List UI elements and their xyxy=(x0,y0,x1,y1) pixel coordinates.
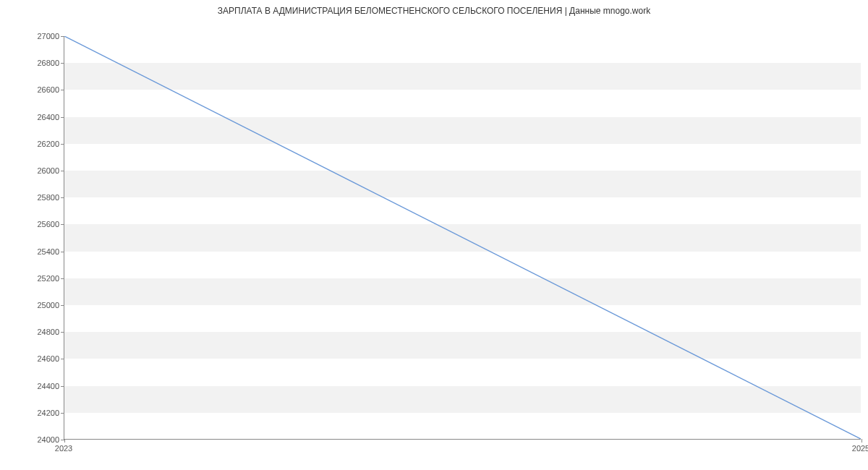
y-tick-label: 25600 xyxy=(37,220,59,228)
plot-area xyxy=(64,36,861,440)
y-tick-label: 26800 xyxy=(37,59,59,67)
y-tick-label: 26600 xyxy=(37,85,59,94)
y-tick-label: 24600 xyxy=(37,354,59,363)
y-tick-label: 27000 xyxy=(37,32,59,40)
y-tick-label: 25000 xyxy=(37,301,59,309)
grid-band xyxy=(64,63,861,90)
x-tick-mark xyxy=(64,439,65,443)
y-tick-mark xyxy=(61,36,64,37)
y-tick-label: 24200 xyxy=(37,409,59,417)
y-tick-label: 24800 xyxy=(37,328,59,336)
y-tick-label: 26400 xyxy=(37,113,59,121)
y-tick-mark xyxy=(61,117,64,118)
y-tick-label: 26000 xyxy=(37,166,59,175)
y-tick-mark xyxy=(61,278,64,279)
y-tick-mark xyxy=(61,252,64,252)
y-tick-mark xyxy=(61,332,64,333)
y-tick-mark xyxy=(61,197,64,198)
y-tick-mark xyxy=(61,144,64,145)
chart-title: ЗАРПЛАТА В АДМИНИСТРАЦИЯ БЕЛОМЕСТНЕНСКОГ… xyxy=(0,6,868,16)
y-tick-label: 25200 xyxy=(37,274,59,283)
x-tick-label: 2023 xyxy=(55,444,72,453)
y-tick-mark xyxy=(61,305,64,306)
y-tick-label: 24000 xyxy=(37,435,59,444)
y-tick-mark xyxy=(61,63,64,64)
y-tick-mark xyxy=(61,171,64,171)
grid-band xyxy=(64,224,861,251)
y-tick-mark xyxy=(61,413,64,414)
y-tick-mark xyxy=(61,224,64,225)
x-tick-mark xyxy=(861,439,862,443)
y-tick-mark xyxy=(61,90,64,90)
y-tick-label: 24400 xyxy=(37,382,59,390)
y-tick-label: 26200 xyxy=(37,140,59,148)
grid-band xyxy=(64,386,861,413)
grid-band xyxy=(64,117,861,144)
grid-band xyxy=(64,278,861,305)
y-tick-mark xyxy=(61,386,64,387)
chart-container: ЗАРПЛАТА В АДМИНИСТРАЦИЯ БЕЛОМЕСТНЕНСКОГ… xyxy=(0,0,868,470)
x-tick-label: 2025 xyxy=(852,444,868,453)
y-tick-mark xyxy=(61,359,64,359)
grid-band xyxy=(64,332,861,359)
y-tick-label: 25400 xyxy=(37,247,59,256)
y-tick-label: 25800 xyxy=(37,193,59,202)
grid-band xyxy=(64,171,861,197)
